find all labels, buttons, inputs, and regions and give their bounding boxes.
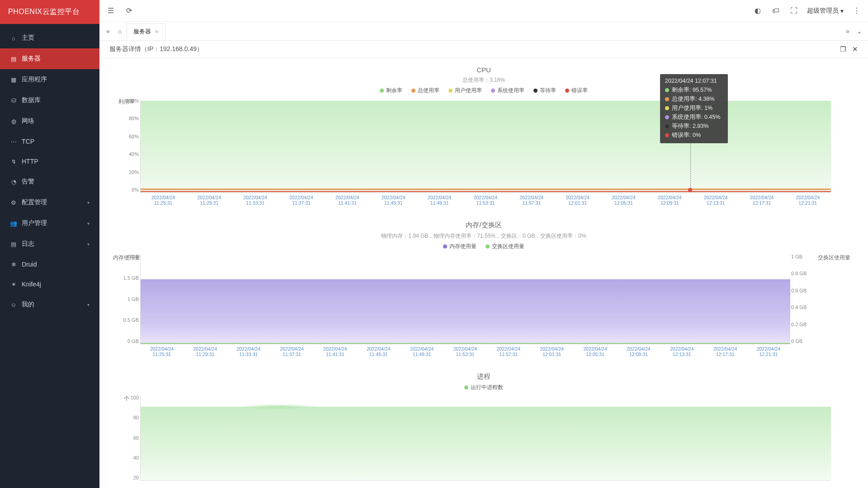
- split-icon[interactable]: ❐: [840, 45, 846, 53]
- sidebar-item-1[interactable]: ▤服务器: [0, 48, 99, 69]
- refresh-icon[interactable]: ⟳: [124, 6, 134, 16]
- sidebar-item-3[interactable]: ⛁数据库: [0, 90, 99, 111]
- chevron-down-icon: ▾: [87, 200, 90, 205]
- tooltip-row: 等待率: 2.93%: [665, 122, 723, 131]
- chart-title: 进程: [113, 372, 854, 381]
- legend-item[interactable]: 等待率: [533, 87, 556, 94]
- sidebar-item-0[interactable]: ⌂主页: [0, 28, 99, 48]
- nav-label: 应用程序: [22, 75, 47, 84]
- tooltip-time: 2022/04/24 12:07:31: [665, 78, 723, 84]
- tabs-next-icon[interactable]: »: [843, 26, 853, 36]
- tooltip-row: 总使用率: 4.38%: [665, 94, 723, 103]
- nav-icon: ◔: [10, 178, 17, 185]
- tabs-dropdown-icon[interactable]: ⌄: [854, 26, 864, 36]
- topbar: ☰ ⟳ ◐ 🏷 ⛶ 超级管理员 ▾ ⋮: [99, 0, 868, 22]
- nav-label: 配置管理: [22, 198, 47, 206]
- close-panel-icon[interactable]: ✕: [852, 45, 858, 53]
- content: CPU 总使用率：3.16% 剩余率总使用率用户使用率系统使用率等待率错误率 利…: [99, 58, 868, 488]
- sidebar-item-10[interactable]: ▤日志▾: [0, 234, 99, 254]
- sidebar-item-6[interactable]: ↯HTTP: [0, 151, 99, 171]
- legend-item[interactable]: 总使用率: [411, 87, 439, 94]
- chart-memory: 内存/交换区 物理内存：1.94 GB，物理内存使用率：71.55%，交换区：0…: [113, 221, 854, 357]
- chart-subtitle: 总使用率：3.16%: [113, 76, 854, 84]
- tab-label: 服务器: [133, 28, 151, 36]
- chart-tooltip: 2022/04/24 12:07:31 剩余率: 95.57%总使用率: 4.3…: [660, 74, 728, 143]
- sidebar-item-13[interactable]: ☺我的▾: [0, 294, 99, 315]
- nav-icon: ↯: [10, 158, 17, 165]
- collapse-menu-icon[interactable]: ☰: [106, 6, 116, 16]
- nav-label: Druid: [22, 261, 37, 268]
- user-menu[interactable]: 超级管理员 ▾: [807, 7, 844, 15]
- tabs-bar: « ⌂ 服务器 ✕ » ⌄: [99, 22, 868, 41]
- brand-title: PHOENIX云监控平台: [0, 0, 99, 24]
- legend-item[interactable]: 错误率: [565, 87, 588, 94]
- tab-home-icon[interactable]: ⌂: [115, 26, 125, 36]
- y2-axis-label: 交换区使用量: [814, 254, 854, 357]
- sidebar-item-7[interactable]: ◔告警: [0, 171, 99, 192]
- sidebar-item-8[interactable]: ⚙配置管理▾: [0, 192, 99, 213]
- breadcrumb: 服务器详情（IP：192.168.0.49）: [109, 45, 203, 53]
- legend-item[interactable]: 系统使用率: [491, 87, 524, 94]
- sidebar-item-12[interactable]: ✶Knife4j: [0, 274, 99, 294]
- breadcrumb-bar: 服务器详情（IP：192.168.0.49） ❐ ✕: [99, 41, 868, 58]
- hover-point: [688, 188, 692, 192]
- chart-legend: 剩余率总使用率用户使用率系统使用率等待率错误率: [113, 87, 854, 94]
- chevron-down-icon: ▾: [87, 242, 90, 247]
- nav-label: 用户管理: [22, 219, 47, 227]
- chart-legend: 内存使用量交换区使用量: [113, 243, 854, 250]
- nav-label: 主页: [22, 34, 34, 42]
- sidebar-item-2[interactable]: ▦应用程序: [0, 69, 99, 90]
- nav-label: HTTP: [22, 158, 38, 165]
- close-icon[interactable]: ✕: [155, 29, 159, 35]
- chevron-down-icon: ▾: [87, 302, 90, 307]
- nav-icon: ☺: [10, 301, 17, 308]
- nav-icon: ▤: [10, 241, 17, 248]
- tabs-prev-icon[interactable]: «: [103, 26, 113, 36]
- x-axis: 2022/04/24 11:25:312022/04/24 11:29:3120…: [140, 193, 831, 206]
- nav-icon: ⛁: [10, 97, 17, 104]
- nav-icon: ⌂: [10, 35, 17, 42]
- nav-icon: ◍: [10, 118, 17, 125]
- nav-menu: ⌂主页▤服务器▦应用程序⛁数据库◍网络⋯TCP↯HTTP◔告警⚙配置管理▾👥用户…: [0, 24, 99, 488]
- nav-icon: ⚙: [10, 199, 17, 206]
- chevron-down-icon: ▾: [87, 221, 90, 226]
- legend-item[interactable]: 交换区使用量: [486, 243, 524, 250]
- nav-label: TCP: [22, 138, 34, 145]
- nav-icon: 👥: [10, 220, 17, 227]
- nav-icon: ▤: [10, 56, 17, 62]
- chart-cpu: CPU 总使用率：3.16% 剩余率总使用率用户使用率系统使用率等待率错误率 利…: [113, 66, 854, 206]
- theme-icon[interactable]: ◐: [753, 6, 763, 16]
- sidebar-item-4[interactable]: ◍网络: [0, 111, 99, 131]
- nav-label: 数据库: [22, 96, 41, 104]
- chart-legend: 运行中进程数: [113, 384, 854, 391]
- tooltip-row: 剩余率: 95.57%: [665, 85, 723, 94]
- tab-server[interactable]: 服务器 ✕: [127, 23, 165, 39]
- tooltip-row: 系统使用率: 0.45%: [665, 113, 723, 122]
- nav-icon: ✶: [10, 281, 17, 288]
- legend-item[interactable]: 剩余率: [380, 87, 402, 94]
- legend-item[interactable]: 用户使用率: [448, 87, 482, 94]
- tooltip-row: 用户使用率: 1%: [665, 103, 723, 113]
- tooltip-row: 错误率: 0%: [665, 131, 723, 140]
- nav-icon: ❄: [10, 261, 17, 268]
- legend-item[interactable]: 运行中进程数: [464, 384, 503, 391]
- more-icon[interactable]: ⋮: [852, 6, 862, 16]
- nav-label: 告警: [22, 178, 34, 186]
- tag-icon[interactable]: 🏷: [771, 6, 781, 16]
- nav-label: 日志: [22, 240, 34, 248]
- sidebar-item-9[interactable]: 👥用户管理▾: [0, 213, 99, 234]
- nav-label: 网络: [22, 117, 34, 125]
- nav-label: 服务器: [22, 55, 41, 63]
- nav-icon: ▦: [10, 76, 17, 83]
- x-axis: 2022/04/24 11:25:312022/04/24 11:29:3120…: [140, 344, 790, 357]
- legend-item[interactable]: 内存使用量: [443, 243, 476, 250]
- chart-process: 进程 运行中进程数 个 10080604020 ◻▭🗎〰📊⟳⬇: [113, 372, 854, 481]
- nav-label: Knife4j: [22, 281, 41, 288]
- sidebar-item-5[interactable]: ⋯TCP: [0, 131, 99, 151]
- chart-title: CPU: [113, 66, 854, 74]
- user-name: 超级管理员: [807, 7, 839, 15]
- sidebar-item-11[interactable]: ❄Druid: [0, 254, 99, 274]
- chart-title: 内存/交换区: [113, 221, 854, 230]
- fullscreen-icon[interactable]: ⛶: [789, 6, 799, 16]
- plot-area: 2 GB1.5 GB1 GB0.5 GB0 GB 1 GB0.8 GB0.6 G…: [140, 254, 790, 344]
